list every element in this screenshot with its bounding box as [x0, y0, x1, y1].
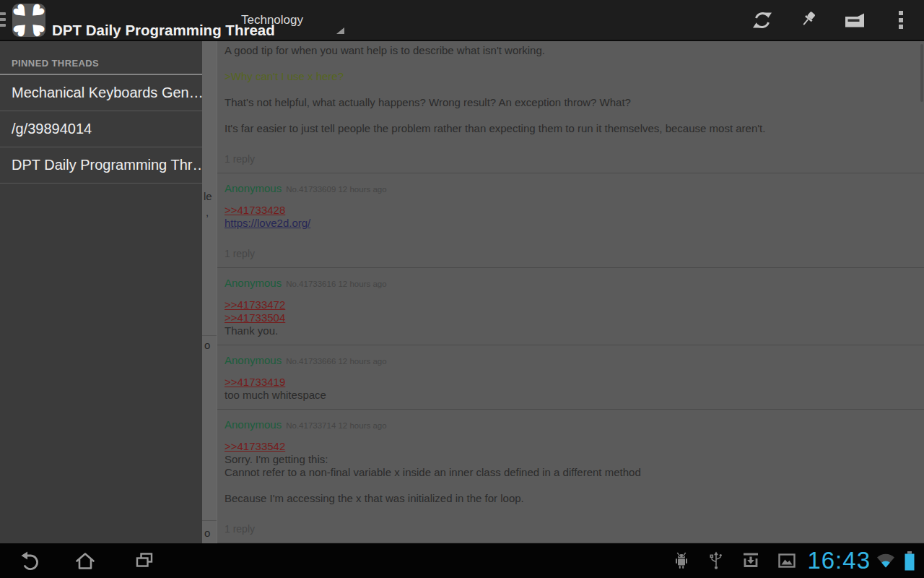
post-meta: No.41733616 12 hours ago: [286, 280, 386, 288]
thread-list-peek: le , o o: [202, 41, 217, 543]
clover-leaf-icon: ♥: [25, 17, 48, 40]
url-link[interactable]: https://love2d.org/: [225, 217, 310, 230]
post-text-line: That's not helpful, what actually happen…: [225, 96, 917, 109]
post-text-line: Cannot refer to a non-final variable x i…: [225, 466, 917, 479]
post[interactable]: AnonymousNo.41733714 12 hours ago >>4173…: [217, 410, 924, 543]
spacer: [225, 135, 917, 148]
back-button[interactable]: [14, 543, 46, 578]
post-text-line: Thank you.: [225, 324, 917, 337]
spinner-caret-icon: [336, 27, 344, 34]
list-divider: [202, 335, 217, 336]
post-text-line: Because I'm accessing the x that was ini…: [225, 492, 917, 505]
post-header: AnonymousNo.41733666 12 hours ago: [225, 354, 917, 367]
post-text-line: It's far easier to just tell people the …: [225, 122, 917, 135]
spacer: [225, 479, 917, 492]
app-logo-clover-icon[interactable]: ♥ ♥ ♥ ♥: [12, 4, 45, 37]
back-icon: [19, 550, 41, 571]
action-bar: ♥ ♥ ♥ ♥ DPT Daily Programming Thread Tec…: [0, 0, 924, 41]
replies-count[interactable]: 1 reply: [225, 522, 255, 535]
pin-button[interactable]: [785, 0, 832, 40]
reply-button[interactable]: [832, 0, 878, 40]
quote-link[interactable]: >>41733428: [225, 204, 285, 217]
post-body: A good tip for when you want help is to …: [225, 44, 917, 165]
list-divider: [202, 520, 217, 521]
peek-text-fragment: ,: [206, 206, 209, 219]
pinned-thread-item[interactable]: DPT Daily Programming Thr…: [0, 147, 202, 184]
post[interactable]: AnonymousNo.41733609 12 hours ago >>4173…: [217, 173, 924, 268]
wifi-icon: [876, 553, 895, 569]
post-body: >>41733428https://love2d.org/1 reply: [225, 204, 917, 260]
android-debug-icon: [673, 551, 690, 570]
board-spinner-label: Technology: [241, 0, 303, 40]
action-buttons: [739, 0, 924, 40]
post-header: AnonymousNo.41733616 12 hours ago: [225, 277, 917, 290]
replies-count[interactable]: 1 reply: [225, 152, 255, 165]
post-author: Anonymous: [225, 418, 282, 431]
home-button[interactable]: [69, 543, 101, 578]
post-author: Anonymous: [225, 182, 282, 194]
board-spinner[interactable]: Technology: [235, 0, 354, 40]
post-text-line: Sorry. I'm getting this:: [225, 453, 917, 466]
post-author: Anonymous: [225, 354, 282, 366]
quote-link[interactable]: >>41733472: [225, 298, 285, 311]
replies-count[interactable]: 1 reply: [225, 247, 255, 260]
post[interactable]: AnonymousNo.41733616 12 hours ago >>4173…: [217, 268, 924, 345]
post-text-line: too much whitespace: [225, 389, 917, 402]
screenshot-gallery-icon: [778, 553, 796, 568]
post-body: >>41733542Sorry. I'm getting this:Cannot…: [225, 440, 917, 535]
spacer: [225, 83, 917, 96]
app-screen: ♥ ♥ ♥ ♥ DPT Daily Programming Thread Tec…: [0, 0, 924, 578]
clock: 16:43: [807, 543, 871, 578]
recents-icon: [134, 550, 155, 571]
post-meta: No.41733666 12 hours ago: [286, 357, 386, 366]
usb-icon: [709, 551, 723, 571]
post-meta: No.41733609 12 hours ago: [286, 185, 386, 194]
post-header: AnonymousNo.41733609 12 hours ago: [225, 182, 917, 195]
battery-icon: [904, 551, 915, 571]
overflow-dots-icon: [899, 9, 903, 32]
system-bar: 16:43: [0, 543, 924, 578]
peek-text-fragment: le: [204, 190, 212, 203]
scrollbar-thumb[interactable]: [920, 44, 923, 102]
quote-link[interactable]: >>41733542: [225, 440, 285, 453]
pin-icon: [799, 10, 819, 30]
refresh-icon: [752, 10, 772, 30]
home-icon: [74, 550, 96, 571]
post-header: AnonymousNo.41733714 12 hours ago: [225, 418, 917, 431]
peek-text-fragment: o: [204, 527, 210, 540]
pinned-threads-drawer: PINNED THREADS Mechanical Keyboards Gen……: [0, 41, 202, 543]
recents-button[interactable]: [128, 543, 160, 578]
thread-view[interactable]: A good tip for when you want help is to …: [217, 41, 924, 543]
greentext-line: >Why can't I use x here?: [225, 70, 917, 83]
post-author: Anonymous: [225, 277, 282, 289]
quote-link[interactable]: >>41733504: [225, 311, 285, 324]
download-icon: [742, 553, 759, 569]
post[interactable]: A good tip for when you want help is to …: [217, 41, 924, 173]
post-text-line: A good tip for when you want help is to …: [225, 44, 917, 57]
pinned-thread-item[interactable]: Mechanical Keyboards Gen…: [0, 75, 202, 111]
reply-icon: [844, 12, 866, 28]
quote-link[interactable]: >>41733419: [225, 376, 285, 389]
post-body: >>41733472>>41733504Thank you.: [225, 298, 917, 337]
overflow-menu-button[interactable]: [878, 0, 924, 40]
post[interactable]: AnonymousNo.41733666 12 hours ago >>4173…: [217, 345, 924, 410]
status-area[interactable]: 16:43: [654, 543, 915, 578]
peek-text-fragment: o: [204, 339, 210, 352]
pinned-threads-list: Mechanical Keyboards Gen…/g/39894014DPT …: [0, 75, 202, 184]
post-meta: No.41733714 12 hours ago: [286, 421, 386, 430]
pinned-thread-item[interactable]: /g/39894014: [0, 111, 202, 147]
spacer: [225, 109, 917, 122]
drawer-handle-icon[interactable]: [0, 12, 6, 30]
spacer: [225, 230, 917, 243]
refresh-button[interactable]: [739, 0, 785, 40]
spacer: [225, 57, 917, 70]
spacer: [225, 505, 917, 518]
post-body: >>41733419too much whitespace: [225, 376, 917, 402]
drawer-header-label: PINNED THREADS: [12, 58, 99, 74]
